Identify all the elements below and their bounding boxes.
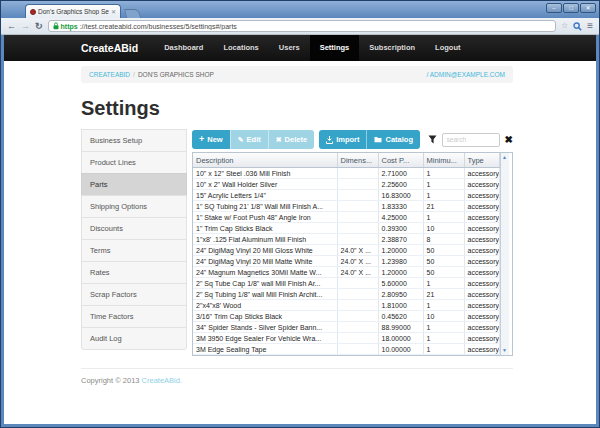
cell-description: 3M 3950 Edge Sealer For Vehicle Wra... (193, 333, 337, 344)
close-button[interactable]: ✕ (580, 3, 596, 13)
nav-item[interactable]: Users (269, 35, 310, 61)
browser-window: Don's Graphics Shop Setting ✕ – □ ✕ ← → … (0, 0, 600, 428)
table-row[interactable]: 1" Stake w/ Foot Push 48" Angle Iron 4.2… (193, 212, 499, 223)
breadcrumb-home-link[interactable]: CREATEABID (89, 71, 130, 78)
nav-item[interactable]: Dashboard (154, 35, 213, 61)
bookmark-star-icon[interactable]: ☆ (561, 22, 568, 30)
column-header[interactable]: Type (464, 153, 499, 168)
table-row[interactable]: 2" Sq Tubing 1/8" wall Mill Finish Archi… (193, 289, 499, 300)
column-header[interactable]: Cost P... (378, 153, 423, 168)
sidebar-item[interactable]: Parts (81, 173, 187, 196)
table-row[interactable]: 3M Edge Sealing Tape 10.00000 1 accessor… (193, 344, 499, 355)
cell-minimum: 1 (423, 300, 464, 311)
site-navbar: CreateABid Dashboard Locations Users Set… (4, 35, 596, 61)
sidebar-item[interactable]: Scrap Factors (81, 283, 187, 306)
cell-type: accessory (464, 168, 499, 179)
cell-minimum: 1 (423, 190, 464, 201)
scroll-down-icon[interactable]: ▼ (502, 346, 507, 355)
sidebar-item[interactable]: Audit Log (81, 327, 187, 350)
delete-button[interactable]: ✖Delete (268, 130, 314, 149)
clear-search-icon[interactable]: ✖ (505, 135, 513, 145)
sidebar-item[interactable]: Shipping Options (81, 195, 187, 218)
cell-type: accessory (464, 179, 499, 190)
maximize-button[interactable]: □ (563, 3, 579, 13)
admin-account-link[interactable]: / ADMIN@EXAMPLE.COM (427, 71, 505, 78)
pencil-icon: ✎ (238, 136, 244, 143)
minimize-button[interactable]: – (546, 3, 562, 13)
footer-brand-link[interactable]: CreateABid. (142, 376, 182, 385)
column-header[interactable]: Description (193, 153, 337, 168)
filter-funnel-icon[interactable] (428, 135, 437, 144)
cell-type: accessory (464, 300, 499, 311)
cell-cost: 0.45620 (378, 311, 423, 322)
table-row[interactable]: 1"x8' .125 Flat Aluminum Mill Finish 2.3… (193, 234, 499, 245)
cell-dimensions (337, 322, 378, 333)
nav-item[interactable]: Settings (310, 35, 360, 61)
crud-button-group: +New ✎Edit ✖Delete (192, 130, 314, 149)
menu-icon[interactable]: ≡ (587, 21, 593, 31)
cell-dimensions (337, 212, 378, 223)
sidebar-item[interactable]: Rates (81, 261, 187, 284)
sidebar-item[interactable]: Product Lines (81, 151, 187, 174)
forward-icon[interactable]: → (21, 22, 30, 31)
table-row[interactable]: 10" x 2" Wall Holder Silver 2.25600 1 ac… (193, 179, 499, 190)
table-row[interactable]: 1" SQ Tubing 21' 1/8" Wall Mill Finish A… (193, 201, 499, 212)
nav-item[interactable]: Locations (213, 35, 268, 61)
table-scrollbar[interactable]: ▲ ▼ (500, 153, 509, 355)
sidebar-item[interactable]: Discounts (81, 217, 187, 240)
back-icon[interactable]: ← (7, 22, 16, 31)
table-row[interactable]: 2" Sq Tube Cap 1/8" wall Mill Finish Ar.… (193, 278, 499, 289)
cell-minimum: 1 (423, 168, 464, 179)
cell-dimensions (337, 223, 378, 234)
import-button[interactable]: Import (319, 130, 366, 149)
search-magnifier-icon[interactable] (573, 22, 582, 31)
cell-cost: 1.83330 (378, 201, 423, 212)
refresh-icon[interactable]: ↻ (35, 22, 43, 31)
brand-logo[interactable]: CreateABid (81, 42, 154, 54)
table-row[interactable]: 3M 3950 Edge Sealer For Vehicle Wra... 1… (193, 333, 499, 344)
cell-minimum: 50 (423, 267, 464, 278)
table-row[interactable]: 10" x 12" Steel .036 Mill Finish 2.71000… (193, 168, 499, 179)
table-row[interactable]: 24" DigiMag Vinyl 20 Mill Matte White 24… (193, 256, 499, 267)
breadcrumb-current: DON'S GRAPHICS SHOP (138, 71, 214, 78)
cell-cost: 16.83000 (378, 190, 423, 201)
cell-dimensions (337, 311, 378, 322)
cell-description: 2" Sq Tube Cap 1/8" wall Mill Finish Ar.… (193, 278, 337, 289)
breadcrumb-separator: / (130, 71, 138, 78)
column-header[interactable]: Dimens... (337, 153, 378, 168)
cell-cost: 88.99000 (378, 322, 423, 333)
cell-dimensions: 24.0" X ... (337, 256, 378, 267)
edit-button[interactable]: ✎Edit (230, 130, 268, 149)
nav-item[interactable]: Subscription (359, 35, 425, 61)
import-button-group: Import Catalog (319, 130, 420, 149)
cell-description: 24" DigiMag Vinyl 20 Mill Gloss White (193, 245, 337, 256)
sidebar-item[interactable]: Terms (81, 239, 187, 262)
table-row[interactable]: 2"x4"x8' Wood 1.81000 1 accessory (193, 300, 499, 311)
cell-minimum: 1 (423, 344, 464, 355)
new-button[interactable]: +New (192, 130, 230, 149)
table-row[interactable]: 3/16" Trim Cap Sticks Black 0.45620 10 a… (193, 311, 499, 322)
tab-close-icon[interactable]: ✕ (111, 9, 116, 15)
search-input[interactable] (442, 133, 500, 147)
table-row[interactable]: 24" Magnum Magnetics 30Mil Matte W... 24… (193, 267, 499, 278)
table-row[interactable]: 1" Trim Cap Sticks Black 0.39300 10 acce… (193, 223, 499, 234)
new-tab-button[interactable] (124, 9, 141, 18)
cell-dimensions (337, 333, 378, 344)
cell-description: 2"x4"x8' Wood (193, 300, 337, 311)
cell-description: 24" Magnum Magnetics 30Mil Matte W... (193, 267, 337, 278)
nav-item[interactable]: Logout (425, 35, 470, 61)
page-viewport: CreateABid Dashboard Locations Users Set… (4, 35, 596, 424)
column-header[interactable]: Minimu... (423, 153, 464, 168)
cell-description: 3M Edge Sealing Tape (193, 344, 337, 355)
scroll-up-icon[interactable]: ▲ (502, 153, 507, 162)
browser-toolbar: ← → ↻ https://test.createabid.com/busine… (1, 18, 599, 35)
sidebar-item[interactable]: Time Factors (81, 305, 187, 328)
browser-tab[interactable]: Don's Graphics Shop Setting ✕ (25, 4, 121, 18)
cell-type: accessory (464, 190, 499, 201)
catalog-button[interactable]: Catalog (366, 130, 420, 149)
table-row[interactable]: 34" Spider Stands - Silver Spider Bann..… (193, 322, 499, 333)
url-bar[interactable]: https://test.createabid.com/businesses/5… (48, 20, 556, 32)
sidebar-item[interactable]: Business Setup (81, 129, 187, 152)
table-row[interactable]: 15" Acrylic Letters 1/4" 16.83000 1 acce… (193, 190, 499, 201)
table-row[interactable]: 24" DigiMag Vinyl 20 Mill Gloss White 24… (193, 245, 499, 256)
